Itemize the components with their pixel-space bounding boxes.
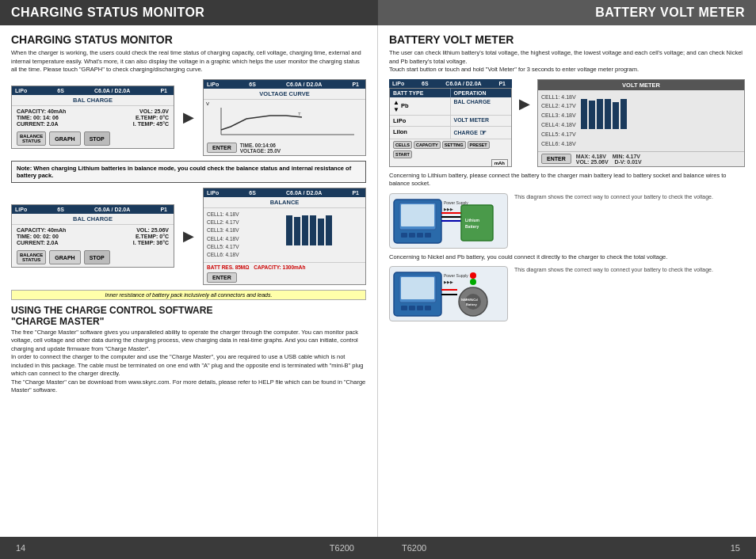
box4-body: CELL1: 4.18V CELL2: 4.17V CELL3: 4.18V C…: [204, 208, 365, 262]
vcurve-body: V T: [204, 100, 365, 141]
inner-resistance-note: Inner resistance of battery pack inclusi…: [11, 290, 366, 300]
box1-preset: P1: [160, 88, 167, 93]
stop-btn-2[interactable]: STOP: [84, 250, 110, 264]
box3-label: BAL CHARGE: [12, 214, 174, 225]
arrow-icon-3: ▶: [519, 95, 530, 112]
header-right: BATTERY VOLT METER: [378, 0, 756, 25]
svg-rect-9: [425, 233, 431, 238]
box3-type: LiPo: [15, 207, 27, 212]
box3-time-row: TIME: 00: 02: 00 E.TEMP: 0°C: [17, 234, 169, 239]
bat-type-lipo: LiPo: [390, 116, 451, 126]
svg-text:Battery: Battery: [465, 224, 479, 229]
vm-enter-row: ENTER: [541, 154, 571, 165]
svg-rect-8: [417, 233, 423, 238]
box2-label: VOLTAGE CURVE: [204, 89, 365, 100]
vm-bar-1: [581, 99, 587, 129]
svg-point-28: [465, 294, 481, 310]
svg-text:T: T: [298, 112, 301, 116]
box3-body: CAPACITY: 40mAh VOL: 25.06V TIME: 00: 02…: [12, 225, 174, 248]
box4-footer: BATT RES. 85MΩ CAPACITY: 1300mAh: [204, 262, 365, 271]
vm-result-body: CELL1: 4.18V CELL2: 4.17V CELL3: 4.18V C…: [538, 90, 744, 151]
vcurve-time: TIME. 00:14:06: [240, 143, 281, 148]
arrow-2: ▶: [179, 227, 198, 245]
box1-time-row: TIME: 00: 14: 06 E.TEMP: 0°C: [17, 115, 169, 120]
op-charge: CHARGE ☞: [451, 127, 512, 139]
lithium-device-image: Lithium Battery ▶▶▶ Power Supply: [389, 193, 508, 249]
start-btn[interactable]: START: [393, 150, 412, 158]
box4-cells-list: CELL1: 4.18V CELL2: 4.17V CELL3: 4.18V C…: [207, 211, 283, 260]
capacity-btn[interactable]: CAPACITY: [414, 141, 441, 149]
batt-op-grid: BATT TYPE OPERATION ▲▼ Pb BAL CHARGE LiP…: [389, 88, 512, 167]
preset-btn[interactable]: PRESET: [468, 141, 490, 149]
vm-cells: 6S: [422, 81, 429, 86]
box3-btns: BALANCESTATUS GRAPH STOP: [12, 248, 174, 267]
op-row-3: LiIon CHARGE ☞: [390, 127, 511, 139]
lithium-device-svg: Lithium Battery ▶▶▶ Power Supply: [390, 193, 507, 249]
svg-rect-21: [401, 306, 407, 310]
cursor-icon: ☞: [479, 128, 487, 137]
cells-btn[interactable]: CELLS: [393, 141, 412, 149]
box2-preset: P1: [352, 82, 359, 87]
left-section-title: CHARGING STATUS MONITOR: [11, 33, 366, 46]
balance-status-btn-2[interactable]: BALANCESTATUS: [17, 250, 46, 264]
vm-min: MIN: 4.17V: [613, 154, 640, 159]
bar-5: [318, 219, 324, 245]
svg-rect-7: [409, 233, 415, 238]
page-footer: 14 T6200 T6200 15: [0, 537, 756, 559]
setting-btn[interactable]: SETTING: [442, 141, 466, 149]
right-intro-text: The user can check lithium battery's tot…: [389, 49, 745, 74]
box1-type: LiPo: [15, 88, 27, 93]
enter-btn-3[interactable]: ENTER: [541, 154, 571, 164]
software-section: USING THE CHARGE CONTROL SOFTWARE"CHARGE…: [11, 305, 366, 395]
box4-enter: ENTER: [204, 271, 365, 284]
header-left-title: CHARGING STATUS MONITOR: [11, 6, 204, 20]
bar-4: [310, 215, 316, 245]
vm-bar-5: [613, 102, 619, 129]
box1-itemp: I. TEMP: 45°C: [133, 121, 169, 127]
nickel-device-svg: NiMH/NiCd Battery ▶▶▶ Power Supply: [390, 266, 507, 321]
svg-rect-24: [425, 306, 431, 310]
box3-capacity-row: CAPACITY: 40mAh VOL: 25.06V: [17, 227, 169, 233]
op-row-1: ▲▼ Pb BAL CHARGE: [390, 97, 511, 116]
software-body: The free "Charge Master" software gives …: [11, 329, 366, 395]
box4-preset: P1: [352, 190, 359, 196]
nickel-device-row: NiMH/NiCd Battery ▶▶▶ Power Supply This …: [389, 266, 745, 321]
graph-btn-2[interactable]: GRAPH: [49, 250, 80, 264]
box1-header: LiPo 6S C6.0A / D2.0A P1: [12, 86, 174, 95]
svg-text:Power Supply: Power Supply: [444, 273, 468, 278]
svg-text:Power Supply: Power Supply: [444, 200, 468, 205]
footer-page-right: 15: [731, 543, 740, 553]
vm-preset: P1: [498, 81, 506, 86]
box1-current: C6.0A / D2.0A: [94, 88, 130, 93]
balance-status-btn-1[interactable]: BALANCESTATUS: [17, 131, 46, 146]
svg-point-33: [470, 272, 476, 279]
enter-btn-2[interactable]: ENTER: [207, 272, 237, 283]
enter-btn-1[interactable]: ENTER: [207, 143, 237, 153]
box3-current: C6.0A / D2.0A: [94, 207, 130, 212]
box2-header: LiPo 6S C6.0A / D2.0A P1: [204, 80, 365, 89]
vm-bar-3: [597, 99, 603, 129]
page-header: CHARGING STATUS MONITOR BATTERY VOLT MET…: [0, 0, 756, 25]
bat-type-liion: LiIon: [390, 127, 451, 139]
box1-capacity: CAPACITY: 40mAh: [17, 108, 66, 114]
capacity-unit: mAh: [390, 160, 511, 166]
batt-type-header: BATT TYPE: [390, 89, 451, 97]
vm-cell4: CELL4: 4.18V: [541, 120, 576, 130]
bar-3: [302, 215, 308, 245]
vcurve-y: V: [206, 101, 209, 106]
voltage-curve-box: LiPo 6S C6.0A / D2.0A P1 VOLTAGE CURVE V…: [203, 79, 366, 156]
volt-meter-title: VOLT METER: [538, 80, 744, 90]
nickel-diagram-caption: This diagram shows the correct way to co…: [514, 266, 745, 274]
header-left: CHARGING STATUS MONITOR: [0, 0, 378, 25]
vm-result-footer: ENTER MAX: 4.18V MIN: 4.17V VOL: 25.06V …: [538, 151, 744, 166]
stop-btn-1[interactable]: STOP: [84, 131, 110, 146]
vm-box-header: LiPo 6S C6.0A / D2.0A P1: [389, 79, 512, 88]
svg-text:▶▶▶: ▶▶▶: [444, 280, 453, 284]
graph-btn-1[interactable]: GRAPH: [49, 131, 80, 146]
bar-2: [294, 217, 300, 245]
box3-itemp: I. TEMP: 36°C: [133, 240, 169, 245]
vm-type: LiPo: [392, 81, 404, 86]
right-column: BATTERY VOLT METER The user can check li…: [378, 25, 756, 537]
pb-label: Pb: [401, 102, 409, 109]
charger-row-1: LiPo 6S C6.0A / D2.0A P1 BAL CHARGE CAPA…: [11, 79, 366, 156]
